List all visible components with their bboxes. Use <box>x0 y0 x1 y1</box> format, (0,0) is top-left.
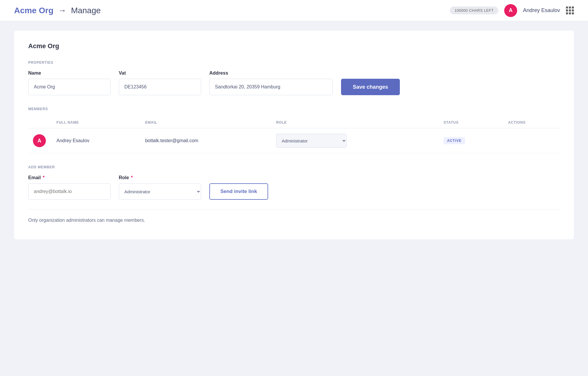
save-changes-button[interactable]: Save changes <box>341 79 400 95</box>
vat-input[interactable] <box>119 79 201 95</box>
vat-field-group: Vat <box>119 70 201 95</box>
col-status: STATUS <box>439 117 503 128</box>
user-name: Andrey Esaulov <box>523 7 560 14</box>
add-member-role-select[interactable]: Administrator Member Viewer <box>119 183 201 200</box>
col-actions: ACTIONS <box>503 117 560 128</box>
page-name: Manage <box>71 6 101 15</box>
member-actions-cell <box>503 128 560 153</box>
main-card: Acme Org PROPERTIES Name Vat Address <box>14 31 574 239</box>
properties-label: PROPERTIES <box>28 61 560 65</box>
table-row: A Andrey Esaulov bottalk.tester@gmail.co… <box>28 128 560 153</box>
member-avatar: A <box>33 134 46 147</box>
add-member-row: Email * Role * Administrator Member View… <box>28 175 560 200</box>
members-section: MEMBERS FULL NAME EMAIL ROLE STATUS ACTI… <box>28 107 560 153</box>
user-avatar[interactable]: A <box>504 4 517 17</box>
properties-row: Name Vat Address Save changes <box>28 70 560 95</box>
email-asterisk: * <box>43 175 44 180</box>
header-arrow: → <box>58 6 66 15</box>
member-email: bottalk.tester@gmail.com <box>141 128 271 153</box>
status-badge: ACTIVE <box>444 137 465 144</box>
brand-name[interactable]: Acme Org <box>14 6 54 15</box>
col-avatar <box>28 117 52 128</box>
address-field-group: Address <box>209 70 333 95</box>
col-role: ROLE <box>271 117 439 128</box>
add-role-field-group: Role * Administrator Member Viewer <box>119 175 201 200</box>
member-status-cell: ACTIVE <box>439 128 503 153</box>
member-role-cell: Administrator Member Viewer <box>271 128 439 153</box>
add-email-field-group: Email * <box>28 175 111 200</box>
members-table: FULL NAME EMAIL ROLE STATUS ACTIONS A An… <box>28 117 560 153</box>
header: Acme Org → Manage 100000 CHARS LEFT A An… <box>0 0 588 21</box>
grid-icon[interactable] <box>566 6 574 14</box>
add-email-label: Email * <box>28 175 111 180</box>
add-member-section: ADD MEMBER Email * Role * <box>28 165 560 200</box>
name-label: Name <box>28 70 111 76</box>
col-email: EMAIL <box>141 117 271 128</box>
properties-section: PROPERTIES Name Vat Address Save <box>28 61 560 95</box>
role-asterisk: * <box>131 175 133 180</box>
col-full-name: FULL NAME <box>52 117 141 128</box>
name-field-group: Name <box>28 70 111 95</box>
header-right: 100000 CHARS LEFT A Andrey Esaulov <box>450 4 574 17</box>
member-role-select[interactable]: Administrator Member Viewer <box>276 134 347 148</box>
footer-note: Only organization administrators can man… <box>28 209 560 225</box>
main-content: Acme Org PROPERTIES Name Vat Address <box>0 21 588 256</box>
name-input[interactable] <box>28 79 111 95</box>
chars-left-badge: 100000 CHARS LEFT <box>450 6 498 14</box>
vat-label: Vat <box>119 70 201 76</box>
card-title: Acme Org <box>28 42 560 50</box>
member-full-name: Andrey Esaulov <box>52 128 141 153</box>
add-member-label: ADD MEMBER <box>28 165 560 169</box>
add-role-label: Role * <box>119 175 201 180</box>
address-label: Address <box>209 70 333 76</box>
header-title: Acme Org → Manage <box>14 6 101 15</box>
member-avatar-cell: A <box>28 128 52 153</box>
add-member-email-input[interactable] <box>28 183 111 200</box>
members-label: MEMBERS <box>28 107 560 111</box>
address-input[interactable] <box>209 79 333 95</box>
send-invite-button[interactable]: Send invite link <box>209 183 268 200</box>
table-header-row: FULL NAME EMAIL ROLE STATUS ACTIONS <box>28 117 560 128</box>
